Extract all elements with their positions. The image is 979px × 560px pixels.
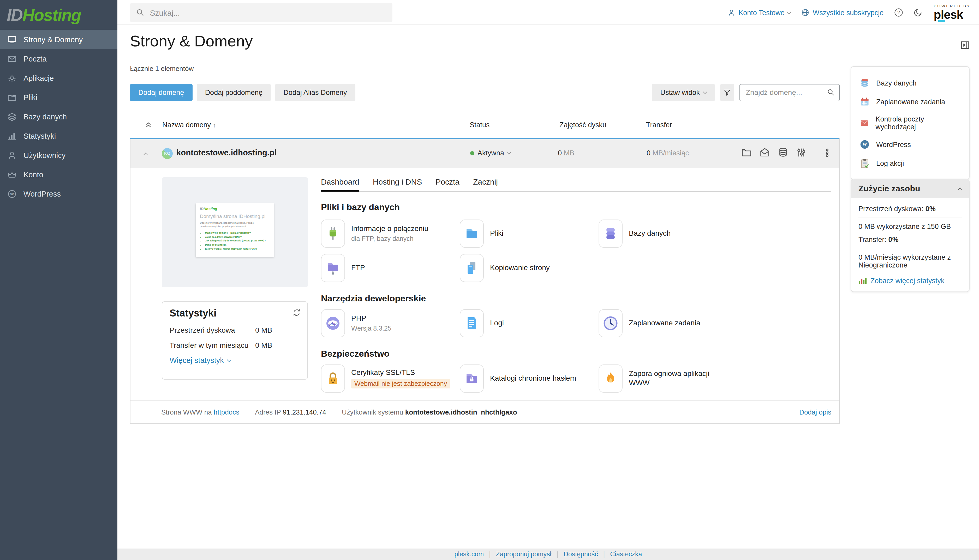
more-stats-link[interactable]: Więcej statystyk — [170, 356, 300, 365]
tool-files[interactable]: Pliki — [460, 219, 598, 247]
tool-site-copy[interactable]: Kopiowanie strony — [460, 254, 598, 282]
refresh-icon[interactable] — [292, 308, 301, 317]
sidebar-item-pliki[interactable]: Pliki — [0, 88, 117, 107]
tool-databases[interactable]: Bazy danych — [598, 219, 831, 247]
tab-poczta[interactable]: Poczta — [436, 177, 459, 191]
copy-pages-icon — [460, 254, 484, 282]
mail-action-icon[interactable] — [759, 147, 770, 158]
quicklink-scheduled-tasks[interactable]: Zaplanowane zadania — [851, 92, 969, 111]
svg-text:W: W — [10, 192, 14, 196]
tool-logs[interactable]: Logi — [460, 309, 598, 337]
page-title: Strony & Domeny — [130, 32, 252, 50]
ftp-folder-icon — [321, 254, 345, 282]
section-heading: Pliki i bazy danych — [321, 202, 831, 212]
add-description-link[interactable]: Dodaj opis — [799, 408, 831, 416]
collapse-all-icon[interactable] — [145, 121, 152, 128]
footer-link-cookies[interactable]: Ciasteczka — [610, 551, 642, 558]
tool-waf[interactable]: Zapora ogniowa aplikacji WWW — [598, 364, 831, 392]
help-icon[interactable]: ? — [894, 8, 903, 17]
settings-sliders-icon[interactable] — [796, 147, 807, 158]
sidebar-item-label: Statystyki — [23, 132, 56, 140]
tab-dashboard[interactable]: Dashboard — [321, 177, 359, 192]
tools-grid: php PHPWersja 8.3.25 Logi — [321, 309, 831, 337]
sidebar-item-wordpress[interactable]: W WordPress — [0, 184, 117, 203]
purple-database-icon — [598, 219, 623, 247]
preview-paragraph: Obecnie wyświetlana jest domyślna strona… — [200, 222, 270, 229]
tools-grid: Informacje o połączeniudla FTP, bazy dan… — [321, 219, 831, 282]
quicklink-outgoing-mail-control[interactable]: Kontrola poczty wychodzącej — [851, 111, 969, 135]
database-icon — [859, 78, 870, 88]
footer-link-plesk[interactable]: plesk.com — [454, 551, 484, 558]
php-icon: php — [321, 309, 345, 337]
find-domain-input[interactable] — [745, 88, 824, 97]
tool-connection-info[interactable]: Informacje o połączeniudla FTP, bazy dan… — [321, 219, 460, 247]
sidebar-item-uzytkownicy[interactable]: Użytkownicy — [0, 145, 117, 165]
tool-scheduled-tasks[interactable]: Zaplanowane zadania — [598, 309, 831, 337]
system-user: Użytkownik systemu kontotestowe.idhostin… — [342, 408, 517, 416]
files-action-icon[interactable] — [741, 147, 752, 158]
footer-link-suggest-idea[interactable]: Zaproponuj pomysł — [496, 551, 551, 558]
folder-lock-icon — [460, 364, 484, 392]
account-name: Konto Testowe — [738, 8, 785, 17]
global-search[interactable] — [130, 3, 393, 22]
global-search-input[interactable] — [149, 8, 386, 17]
tool-ssl-certificates[interactable]: Ceryfikaty SSL/TLSWebmail nie jest zabez… — [321, 364, 460, 392]
tab-hosting-dns[interactable]: Hosting i DNS — [373, 177, 422, 191]
site-preview-thumbnail[interactable]: IDHosting Domyślna strona IDHosting.pl O… — [162, 177, 308, 287]
moon-icon[interactable] — [914, 8, 923, 17]
quicklink-wordpress[interactable]: W WordPress — [851, 135, 969, 154]
transfer-detail: 0 MB/miesiąc wykorzystane z Nieograniczo… — [859, 252, 962, 273]
filter-button[interactable] — [720, 84, 734, 101]
disk-usage-line: Przestrzeń dyskowa: 0% — [859, 204, 962, 217]
add-alias-button[interactable]: Dodaj Alias Domeny — [275, 84, 355, 101]
domain-name[interactable]: kontotestowe.idhosting.pl — [176, 148, 277, 157]
see-more-stats-link[interactable]: Zobacz więcej statystyk — [859, 277, 962, 285]
sidebar-item-strony-domeny[interactable]: Strony & Domeny — [0, 30, 117, 49]
domain-status[interactable]: Aktywna — [470, 149, 510, 157]
footer-link-accessibility[interactable]: Dostępność — [564, 551, 598, 558]
sidebar-item-label: Konto — [23, 170, 43, 178]
tool-ftp[interactable]: FTP — [321, 254, 460, 282]
domain-row: KO kontotestowe.idhosting.pl Aktywna 0 M… — [130, 139, 839, 168]
sidebar-item-label: Aplikacje — [23, 74, 54, 82]
tab-zacznij[interactable]: Zacznij — [473, 177, 498, 191]
clock-icon — [598, 309, 623, 337]
all-subscriptions-link[interactable]: Wszystkie subskrypcje — [801, 8, 884, 17]
sidebar-item-aplikacje[interactable]: Aplikacje — [0, 68, 117, 88]
quicklink-action-log[interactable]: Log akcji — [851, 154, 969, 173]
database-action-icon[interactable] — [778, 147, 789, 158]
idhosting-logo[interactable]: IDHosting — [0, 0, 117, 30]
sidebar-item-statystyki[interactable]: Statystyki — [0, 126, 117, 145]
tool-php[interactable]: php PHPWersja 8.3.25 — [321, 309, 460, 337]
collapse-row-icon[interactable] — [144, 153, 148, 157]
ip-address: Adres IP 91.231.140.74 — [255, 408, 326, 416]
more-actions-kebab-icon[interactable] — [822, 148, 832, 157]
toggle-right-panel-icon[interactable] — [961, 41, 970, 50]
sidebar-item-konto[interactable]: Konto — [0, 165, 117, 184]
sidebar-item-poczta[interactable]: Poczta — [0, 49, 117, 68]
header-name[interactable]: Nazwa domeny ↑ — [162, 121, 216, 129]
tool-protected-directories[interactable]: Katalogi chronione hasłem — [460, 364, 598, 392]
quicklink-databases[interactable]: Bazy danych — [851, 73, 969, 92]
add-domain-button[interactable]: Dodaj domenę — [130, 84, 192, 101]
plesk-app: IDHosting Strony & Domeny Poczta Aplikac… — [0, 0, 979, 560]
plesk-logo[interactable]: POWERED BY plesk — [934, 5, 971, 21]
folder-icon — [7, 93, 17, 102]
header-status[interactable]: Status — [469, 121, 490, 129]
chevron-down-icon — [703, 89, 707, 94]
add-subdomain-button[interactable]: Dodaj poddomenę — [197, 84, 271, 101]
sidebar: IDHosting Strony & Domeny Poczta Aplikac… — [0, 0, 117, 560]
set-view-button[interactable]: Ustaw widok — [652, 84, 715, 101]
sidebar-item-label: Użytkownicy — [23, 151, 65, 159]
account-menu[interactable]: Konto Testowe — [727, 8, 791, 17]
sidebar-item-label: Strony & Domeny — [23, 35, 83, 43]
httpdocs-link[interactable]: httpdocs — [214, 408, 239, 416]
find-domain-field[interactable] — [740, 84, 840, 101]
plug-icon — [321, 219, 345, 247]
header-transfer[interactable]: Transfer — [646, 121, 672, 129]
chevron-down-icon — [507, 150, 511, 155]
resource-usage-header[interactable]: Zużycie zasobu — [851, 179, 969, 198]
header-disk[interactable]: Zajętość dysku — [560, 121, 606, 129]
domain-favicon: KO — [162, 148, 173, 159]
sidebar-item-bazy-danych[interactable]: Bazy danych — [0, 107, 117, 126]
